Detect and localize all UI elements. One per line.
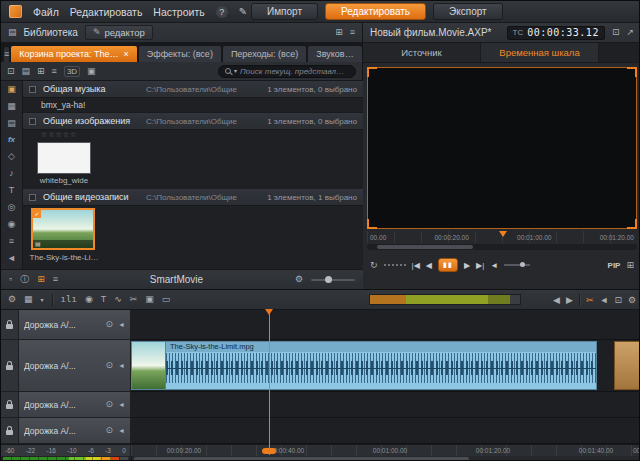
tab-list-icon[interactable]: ≡ bbox=[4, 47, 9, 62]
pip-mode-icon[interactable]: ⊡ bbox=[614, 296, 622, 305]
timeline-clip-partial[interactable] bbox=[614, 341, 640, 390]
track-header-3[interactable]: Дорожка А/... ⊙ ◄ bbox=[19, 392, 131, 418]
export-mode-button[interactable]: Экспорт bbox=[433, 3, 503, 20]
search-input[interactable] bbox=[240, 67, 349, 76]
effects-icon[interactable]: fx bbox=[8, 135, 15, 144]
group-row-music[interactable]: Общая музыка C:\Пользователи\Общие 1 эле… bbox=[23, 81, 363, 98]
pip-toggle[interactable]: PIP bbox=[608, 261, 621, 270]
keyframe-wave-icon[interactable]: ∿ bbox=[114, 295, 122, 304]
project-bin-icon[interactable]: ▣ bbox=[7, 84, 16, 94]
loop-icon[interactable]: ↻ bbox=[370, 261, 378, 270]
tab-timeline[interactable]: Временная шкала bbox=[481, 43, 599, 62]
step-forward-button[interactable]: ▶ bbox=[464, 261, 470, 270]
volume-knob[interactable] bbox=[520, 262, 525, 267]
nav-left-icon[interactable]: ◀ bbox=[553, 296, 560, 305]
details-view-icon[interactable]: ▤ bbox=[22, 67, 31, 76]
list-icon[interactable]: ≡ bbox=[52, 67, 57, 76]
player-playhead-marker[interactable] bbox=[499, 231, 507, 237]
speaker-icon[interactable]: ◄ bbox=[7, 253, 16, 263]
search-scope-chevron-icon[interactable]: ▾ bbox=[234, 68, 237, 74]
import-mode-button[interactable]: Импорт bbox=[251, 3, 318, 20]
3d-filter-button[interactable]: 3D bbox=[64, 66, 80, 77]
player-scrollbar[interactable] bbox=[367, 244, 637, 250]
go-start-button[interactable]: |◀ bbox=[412, 261, 420, 270]
edit-mode-button[interactable]: Редактировать bbox=[325, 3, 426, 20]
pencil-icon[interactable]: ✎ bbox=[239, 6, 247, 17]
thumbnail-view-icon[interactable]: ⊡ bbox=[7, 67, 15, 76]
pause-button[interactable]: ▮▮ bbox=[438, 258, 458, 272]
zoom-knob[interactable] bbox=[325, 276, 332, 283]
info-icon[interactable]: ⓘ bbox=[20, 275, 29, 284]
mute-speaker-icon[interactable]: ◄ bbox=[118, 321, 125, 328]
track-manager-icon[interactable]: ▦ bbox=[24, 295, 33, 304]
disc-menu-icon[interactable]: ◎ bbox=[8, 202, 16, 212]
mute-speaker-icon[interactable]: ◄ bbox=[118, 362, 125, 369]
playhead-line[interactable] bbox=[269, 310, 270, 455]
editor-toggle[interactable]: ✎ редактор bbox=[85, 25, 153, 40]
help-icon[interactable]: ? bbox=[216, 6, 228, 18]
tab-source[interactable]: Источник bbox=[363, 43, 481, 62]
mute-speaker-icon[interactable]: ◄ bbox=[118, 401, 125, 408]
menu-edit[interactable]: Редактировать bbox=[70, 6, 143, 18]
track-lock-button[interactable] bbox=[1, 340, 19, 392]
tab-effects[interactable]: Эффекты: (все) bbox=[139, 46, 221, 62]
track-lock-button[interactable] bbox=[1, 392, 19, 418]
image-thumbnail[interactable] bbox=[37, 142, 91, 174]
timeline-clip[interactable]: The-Sky-is-the-Limit.mpg bbox=[131, 341, 597, 390]
gear-icon[interactable]: ⚙ bbox=[295, 275, 303, 284]
undock-player-icon[interactable]: ⊡ bbox=[612, 28, 620, 37]
tab-sound-effects[interactable]: Звуков… bbox=[308, 46, 361, 62]
thumbnail-zoom-slider[interactable] bbox=[311, 279, 355, 281]
smartmovie-button[interactable]: SmartMovie bbox=[150, 274, 203, 285]
photos-icon[interactable]: ▦ bbox=[7, 101, 16, 111]
group-row-images[interactable]: Общие изображения C:\Пользователи\Общие … bbox=[23, 113, 363, 130]
eye-icon[interactable]: ⊙ bbox=[106, 361, 114, 370]
nav-right-icon[interactable]: ▶ bbox=[566, 296, 573, 305]
group-row-videos[interactable]: Общие видеозаписи C:\Пользователи\Общие … bbox=[23, 189, 363, 206]
timeline-settings-icon[interactable]: ⚙ bbox=[8, 295, 16, 304]
toolbar-chevron-icon[interactable]: ▾ bbox=[41, 297, 44, 303]
tab-project-bin[interactable]: Корзина проекта: The… × bbox=[11, 46, 137, 62]
list-view-toggle-icon[interactable]: ≡ bbox=[53, 275, 58, 284]
video-thumbnail-selected[interactable]: ✓ ▤ bbox=[31, 208, 95, 250]
group-checkbox[interactable] bbox=[29, 86, 36, 93]
menu-setup[interactable]: Настроить bbox=[153, 6, 204, 18]
volume-slider[interactable] bbox=[504, 264, 530, 266]
panel-menu-icon[interactable]: ≡ bbox=[350, 28, 355, 37]
eye-icon[interactable]: ⊙ bbox=[106, 400, 114, 409]
eye-icon[interactable]: ⊙ bbox=[106, 320, 114, 329]
thumb-view-toggle-icon[interactable]: ⊞ bbox=[37, 275, 45, 284]
pip-grid-icon[interactable]: ⊞ bbox=[626, 261, 634, 270]
mic-icon[interactable]: ◉ bbox=[8, 219, 16, 229]
track-header-2[interactable]: Дорожка А/... ⊙ ◄ bbox=[19, 340, 131, 392]
preview-viewport[interactable] bbox=[367, 67, 637, 229]
track-content-2[interactable]: The-Sky-is-the-Limit.mpg bbox=[131, 340, 640, 392]
timeline-scrollbar[interactable] bbox=[131, 456, 640, 461]
grid-icon[interactable]: ⊞ bbox=[37, 67, 45, 76]
eye-icon[interactable]: ⊙ bbox=[106, 426, 114, 435]
tab-transitions[interactable]: Переходы: (все) bbox=[223, 46, 306, 62]
gear-icon[interactable]: ⚙ bbox=[628, 296, 636, 305]
rating-stars[interactable]: ☆☆☆☆☆ bbox=[41, 131, 77, 139]
mute-speaker-icon[interactable]: ◄ bbox=[118, 427, 125, 434]
titles-tool-icon[interactable]: T bbox=[101, 295, 107, 304]
step-back-button[interactable]: ◀ bbox=[426, 261, 432, 270]
video-icon[interactable]: ▤ bbox=[7, 118, 16, 128]
voiceover-mic-icon[interactable]: ◉ bbox=[85, 295, 93, 304]
music-icon[interactable]: ♪ bbox=[9, 168, 14, 178]
list-item-music[interactable]: bmx_ya-ha! bbox=[23, 98, 363, 113]
snapshot-icon[interactable]: ▣ bbox=[145, 295, 154, 304]
track-lock-button[interactable] bbox=[1, 418, 19, 444]
montage-icon[interactable]: ≡ bbox=[9, 236, 14, 246]
track-content-3[interactable] bbox=[131, 392, 640, 418]
menu-file[interactable]: Файл bbox=[33, 6, 59, 18]
group-checkbox[interactable] bbox=[29, 118, 36, 125]
close-icon[interactable]: × bbox=[124, 49, 129, 59]
fullscreen-icon[interactable]: ↗ bbox=[626, 28, 634, 37]
audio-mixer-icon[interactable]: ılı bbox=[61, 295, 77, 304]
trash-icon[interactable]: ▭ bbox=[162, 295, 171, 304]
timeline-ruler[interactable]: -60 -22 -16 -10 -6 -3 0 00:00:20.00 00:0… bbox=[1, 444, 640, 456]
go-end-button[interactable]: ▶| bbox=[476, 261, 484, 270]
scrollbar-thumb[interactable] bbox=[377, 245, 473, 249]
timeline-volume-icon[interactable]: ◄ bbox=[599, 296, 608, 305]
